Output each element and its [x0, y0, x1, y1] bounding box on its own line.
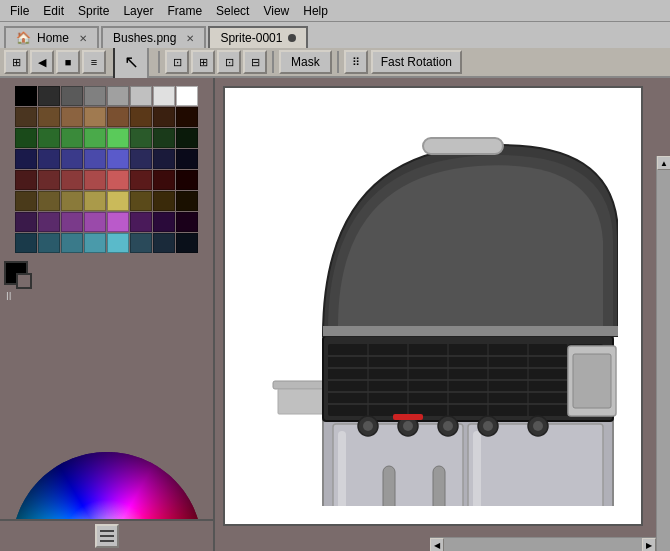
menu-edit[interactable]: Edit: [37, 2, 70, 20]
color-swatch-18[interactable]: [61, 128, 83, 148]
color-swatch-7[interactable]: [176, 86, 198, 106]
color-swatch-2[interactable]: [61, 86, 83, 106]
tab-sprite[interactable]: Sprite-0001: [208, 26, 308, 48]
prev-btn[interactable]: ◀: [30, 50, 54, 74]
stop-btn[interactable]: ■: [56, 50, 80, 74]
menu-select[interactable]: Select: [210, 2, 255, 20]
color-swatch-3[interactable]: [84, 86, 106, 106]
color-swatch-17[interactable]: [38, 128, 60, 148]
sprite-tool-4[interactable]: ⊟: [243, 50, 267, 74]
color-swatch-15[interactable]: [176, 107, 198, 127]
color-swatch-35[interactable]: [84, 170, 106, 190]
fg-color-swatch[interactable]: [4, 261, 28, 285]
sprite-tool-2[interactable]: ⊞: [191, 50, 215, 74]
color-swatch-21[interactable]: [130, 128, 152, 148]
tab-bushes[interactable]: Bushes.png ✕: [101, 26, 206, 48]
mask-button[interactable]: Mask: [279, 50, 332, 74]
new-icon: ⊞: [12, 56, 21, 69]
menu-help[interactable]: Help: [297, 2, 334, 20]
color-swatch-14[interactable]: [153, 107, 175, 127]
color-swatch-5[interactable]: [130, 86, 152, 106]
color-swatch-58[interactable]: [61, 233, 83, 253]
color-swatch-44[interactable]: [107, 191, 129, 211]
scroll-up-arrow[interactable]: ▲: [657, 156, 670, 170]
color-swatch-50[interactable]: [61, 212, 83, 232]
color-swatch-45[interactable]: [130, 191, 152, 211]
color-swatch-36[interactable]: [107, 170, 129, 190]
color-swatch-59[interactable]: [84, 233, 106, 253]
color-swatch-6[interactable]: [153, 86, 175, 106]
color-swatch-20[interactable]: [107, 128, 129, 148]
scroll-right-arrow[interactable]: ▶: [642, 538, 656, 551]
color-swatch-37[interactable]: [130, 170, 152, 190]
color-swatch-60[interactable]: [107, 233, 129, 253]
scroll-track-v[interactable]: [657, 170, 670, 551]
color-swatch-63[interactable]: [176, 233, 198, 253]
color-swatch-38[interactable]: [153, 170, 175, 190]
color-swatch-53[interactable]: [130, 212, 152, 232]
color-swatch-25[interactable]: [38, 149, 60, 169]
color-swatch-12[interactable]: [107, 107, 129, 127]
color-swatch-46[interactable]: [153, 191, 175, 211]
vertical-scrollbar[interactable]: ▲ ▼: [656, 156, 670, 551]
color-swatch-19[interactable]: [84, 128, 106, 148]
color-swatch-27[interactable]: [84, 149, 106, 169]
color-swatch-40[interactable]: [15, 191, 37, 211]
color-swatch-49[interactable]: [38, 212, 60, 232]
color-swatch-57[interactable]: [38, 233, 60, 253]
color-swatch-0[interactable]: [15, 86, 37, 106]
color-swatch-32[interactable]: [15, 170, 37, 190]
color-swatch-1[interactable]: [38, 86, 60, 106]
color-swatch-33[interactable]: [38, 170, 60, 190]
color-swatch-23[interactable]: [176, 128, 198, 148]
color-swatch-62[interactable]: [153, 233, 175, 253]
menu-file[interactable]: File: [4, 2, 35, 20]
color-swatch-8[interactable]: [15, 107, 37, 127]
color-swatch-29[interactable]: [130, 149, 152, 169]
menu-sprite[interactable]: Sprite: [72, 2, 115, 20]
fast-rotation-button[interactable]: Fast Rotation: [371, 50, 462, 74]
color-swatch-11[interactable]: [84, 107, 106, 127]
color-swatch-39[interactable]: [176, 170, 198, 190]
tab-home-close[interactable]: ✕: [79, 33, 87, 44]
color-swatch-10[interactable]: [61, 107, 83, 127]
color-swatch-9[interactable]: [38, 107, 60, 127]
color-swatch-56[interactable]: [15, 233, 37, 253]
menu-btn[interactable]: ≡: [82, 50, 106, 74]
new-btn[interactable]: ⊞: [4, 50, 28, 74]
checker-btn[interactable]: ⠿: [344, 50, 368, 74]
sprite-tool-3[interactable]: ⊡: [217, 50, 241, 74]
menu-frame[interactable]: Frame: [161, 2, 208, 20]
color-swatch-48[interactable]: [15, 212, 37, 232]
horizontal-scrollbar[interactable]: ◀ ▶: [430, 537, 656, 551]
color-swatch-26[interactable]: [61, 149, 83, 169]
color-swatch-51[interactable]: [84, 212, 106, 232]
color-swatch-61[interactable]: [130, 233, 152, 253]
color-swatch-24[interactable]: [15, 149, 37, 169]
bg-color-swatch[interactable]: [16, 273, 32, 289]
sprite-tool-1[interactable]: ⊡: [165, 50, 189, 74]
color-swatch-54[interactable]: [153, 212, 175, 232]
color-swatch-34[interactable]: [61, 170, 83, 190]
color-swatch-55[interactable]: [176, 212, 198, 232]
color-swatch-52[interactable]: [107, 212, 129, 232]
sprite-canvas[interactable]: [223, 86, 643, 526]
color-swatch-47[interactable]: [176, 191, 198, 211]
scroll-left-arrow[interactable]: ◀: [430, 538, 444, 551]
color-swatch-43[interactable]: [84, 191, 106, 211]
scroll-track-h[interactable]: [444, 538, 642, 551]
three-lines-button[interactable]: [95, 524, 119, 548]
color-swatch-13[interactable]: [130, 107, 152, 127]
tab-bushes-close[interactable]: ✕: [186, 33, 194, 44]
color-swatch-28[interactable]: [107, 149, 129, 169]
color-swatch-30[interactable]: [153, 149, 175, 169]
color-swatch-42[interactable]: [61, 191, 83, 211]
color-swatch-4[interactable]: [107, 86, 129, 106]
color-swatch-31[interactable]: [176, 149, 198, 169]
color-swatch-22[interactable]: [153, 128, 175, 148]
menu-view[interactable]: View: [257, 2, 295, 20]
color-swatch-41[interactable]: [38, 191, 60, 211]
color-swatch-16[interactable]: [15, 128, 37, 148]
menu-layer[interactable]: Layer: [117, 2, 159, 20]
tab-home[interactable]: 🏠 Home ✕: [4, 26, 99, 48]
